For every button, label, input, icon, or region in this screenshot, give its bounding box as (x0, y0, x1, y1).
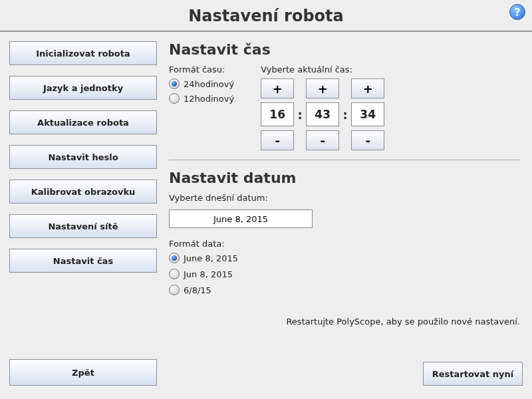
date-format-group: June 8, 2015 Jun 8, 2015 6/8/15 (169, 253, 520, 295)
radio-date-short[interactable]: 6/8/15 (169, 285, 520, 295)
minute-minus-button[interactable]: - (306, 130, 339, 150)
sidebar-item-calibrate[interactable]: Kalibrovat obrazovku (9, 180, 157, 203)
page-title: Nastavení robota (0, 7, 532, 25)
minute-plus-button[interactable]: + (306, 78, 339, 98)
radio-24h[interactable]: 24hodinový (169, 78, 234, 89)
set-time-title: Nastavit čas (169, 41, 520, 58)
colon-icon: : (297, 108, 303, 122)
restart-button[interactable]: Restartovat nyní (423, 362, 523, 386)
time-format-label: Formát času: (169, 65, 234, 74)
footer: Zpět Restartovat nyní (9, 359, 523, 386)
help-icon[interactable]: ? (509, 4, 525, 20)
hour-value[interactable]: 16 (261, 102, 294, 126)
radio-dot-icon (169, 78, 180, 89)
date-input[interactable] (169, 209, 313, 228)
sidebar-item-update[interactable]: Aktualizace robota (9, 110, 157, 134)
main: Nastavit čas Formát času: 24hodinový 12h… (169, 41, 523, 327)
time-select-label: Vyberte aktuální čas: (261, 65, 384, 74)
time-row: Formát času: 24hodinový 12hodinový Vyber… (169, 65, 520, 150)
radio-date-long[interactable]: June 8, 2015 (169, 253, 520, 263)
time-spinner: + + + 16 : 43 : 34 - - - (261, 78, 384, 150)
sidebar-item-initialize[interactable]: Inicializovat robota (9, 41, 157, 65)
radio-date-short-label: 6/8/15 (184, 285, 211, 295)
time-format-block: Formát času: 24hodinový 12hodinový (169, 65, 234, 150)
hour-minus-button[interactable]: - (261, 130, 294, 150)
sidebar-item-language[interactable]: Jazyk a jednotky (9, 76, 157, 100)
layout: Inicializovat robota Jazyk a jednotky Ak… (0, 32, 532, 327)
sidebar-item-time[interactable]: Nastavit čas (9, 249, 157, 273)
second-value[interactable]: 34 (351, 102, 384, 126)
radio-dot-icon (169, 269, 180, 279)
radio-12h[interactable]: 12hodinový (169, 93, 234, 104)
header: Nastavení robota ? (0, 0, 532, 32)
date-format-label: Formát data: (169, 239, 520, 249)
set-date-title: Nastavit datum (169, 170, 520, 186)
time-select-block: Vyberte aktuální čas: + + + 16 : 43 : 34… (261, 65, 384, 150)
sidebar-item-password[interactable]: Nastavit heslo (9, 145, 157, 169)
divider (169, 160, 520, 160)
radio-12h-label: 12hodinový (184, 94, 234, 104)
sidebar: Inicializovat robota Jazyk a jednotky Ak… (9, 41, 157, 327)
second-minus-button[interactable]: - (351, 130, 384, 150)
radio-date-long-label: June 8, 2015 (184, 253, 238, 263)
radio-dot-icon (169, 93, 180, 104)
radio-dot-icon (169, 253, 180, 263)
radio-24h-label: 24hodinový (184, 79, 234, 89)
second-plus-button[interactable]: + (351, 78, 384, 98)
hour-plus-button[interactable]: + (261, 78, 294, 98)
radio-date-med[interactable]: Jun 8, 2015 (169, 269, 520, 279)
minute-value[interactable]: 43 (306, 102, 339, 126)
sidebar-item-network[interactable]: Nastavení sítě (9, 214, 157, 238)
back-button[interactable]: Zpět (9, 359, 157, 386)
radio-date-med-label: Jun 8, 2015 (184, 269, 233, 279)
time-format-group: 24hodinový 12hodinový (169, 78, 234, 104)
colon-icon: : (342, 108, 348, 122)
date-select-label: Vyberte dnešní datum: (169, 193, 520, 203)
restart-note: Restartujte PolyScope, aby se použilo no… (169, 317, 520, 327)
radio-dot-icon (169, 285, 180, 295)
